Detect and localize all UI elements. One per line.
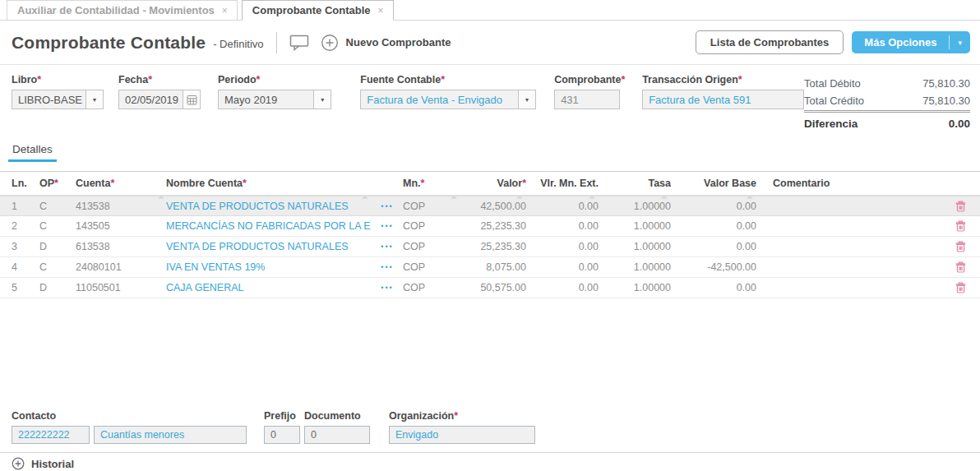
nuevo-comprobante-button[interactable]: Nuevo Comprobante xyxy=(321,34,451,52)
delete-row-button[interactable] xyxy=(941,261,980,274)
total-debito-row: Total Débito 75,810.30 xyxy=(804,75,970,92)
row-actions-button[interactable]: ••• xyxy=(372,222,403,230)
row-vlr-mn-ext: 0.00 xyxy=(526,220,599,232)
page-title: Comprobante Contable xyxy=(12,33,206,53)
periodo-select[interactable]: Mayo 2019 ▾ xyxy=(218,90,331,109)
header-comentario: Comentario xyxy=(756,178,941,189)
comprobante-input[interactable]: 431 xyxy=(554,90,620,109)
prefijo-field-group: Prefijo 0 xyxy=(264,410,300,444)
table-row[interactable]: 1 C 413538 VENTA DE PRODUCTOS NATURALES … xyxy=(0,196,980,216)
lista-de-comprobantes-button[interactable]: Lista de Comprobantes xyxy=(696,30,844,54)
fecha-label: Fecha* xyxy=(118,74,201,85)
diferencia-label: Diferencia xyxy=(804,114,858,133)
row-cuenta: 11050501 xyxy=(76,282,166,293)
total-credito-label: Total Crédito xyxy=(804,92,864,109)
contacto-codigo-input[interactable]: 222222222 xyxy=(12,426,90,444)
total-debito-label: Total Débito xyxy=(804,75,861,92)
mas-opciones-label: Más Opciones xyxy=(852,31,949,53)
documento-input[interactable]: 0 xyxy=(304,426,370,444)
account-name-link[interactable]: VENTA DE PRODUCTOS NATURALES xyxy=(166,201,372,212)
chevron-down-icon[interactable]: ▾ xyxy=(86,90,103,109)
header-ln: Ln. xyxy=(12,178,39,189)
account-name-link[interactable]: VENTA DE PRODUCTOS NATURALES xyxy=(166,241,372,252)
calendar-icon[interactable] xyxy=(183,90,200,109)
row-valor: 8,075.00 xyxy=(460,261,526,273)
row-op: D xyxy=(39,282,76,293)
totals-panel: Total Débito 75,810.30 Total Crédito 75,… xyxy=(804,75,970,133)
row-vlr-mn-ext: 0.00 xyxy=(526,261,599,273)
diferencia-value: 0.00 xyxy=(949,114,970,133)
row-op: C xyxy=(39,261,76,273)
row-valor: 42,500.00 xyxy=(460,201,526,212)
row-vlr-mn-ext: 0.00 xyxy=(526,282,599,293)
historial-toggle[interactable]: Historial xyxy=(0,452,980,471)
voucher-status: - Definitivo xyxy=(213,38,263,50)
contacto-nombre-input[interactable]: Cuantías menores xyxy=(94,426,247,444)
total-credito-value: 75,810.30 xyxy=(922,92,970,109)
tab-label: Auxiliar de Contabilidad - Movimientos xyxy=(17,4,215,16)
comment-button[interactable] xyxy=(289,35,309,51)
table-row[interactable]: 4 C 24080101 IVA EN VENTAS 19% ••• COP 8… xyxy=(0,257,980,278)
libro-label: Libro* xyxy=(12,74,104,85)
account-name-link[interactable]: IVA EN VENTAS 19% xyxy=(166,261,372,273)
column-resize-nub xyxy=(589,195,595,199)
empty-area xyxy=(0,298,980,403)
trash-icon xyxy=(955,281,967,294)
column-resize-nub xyxy=(451,195,457,199)
plus-circle-icon xyxy=(321,34,339,52)
row-tasa: 1.00000 xyxy=(599,220,671,232)
fecha-input[interactable]: 02/05/2019 xyxy=(118,90,201,109)
libro-select[interactable]: LIBRO-BASE ▾ xyxy=(12,90,104,109)
column-resize-nub xyxy=(747,195,753,199)
header-op: OP* xyxy=(39,178,76,189)
row-vlr-mn-ext: 0.00 xyxy=(526,201,599,212)
organizacion-field-group: Organización* Envigado xyxy=(389,410,535,444)
row-valor-base: -42,500.00 xyxy=(671,261,756,273)
chevron-down-icon[interactable]: ▾ xyxy=(950,31,970,53)
account-name-link[interactable]: CAJA GENERAL xyxy=(166,282,372,293)
column-resize-nub xyxy=(661,195,668,199)
tab-auxiliar-contabilidad[interactable]: Auxiliar de Contabilidad - Movimientos × xyxy=(7,0,238,21)
row-cuenta: 143505 xyxy=(76,220,166,232)
column-resize-nub xyxy=(516,195,523,199)
account-name-link[interactable]: MERCANCÍAS NO FABRICADAS POR LA E... xyxy=(166,220,372,232)
periodo-value: Mayo 2019 xyxy=(219,90,313,109)
header-cuenta: Cuenta* xyxy=(76,178,166,189)
header-nombre-cuenta: Nombre Cuenta* xyxy=(166,178,372,189)
total-debito-value: 75,810.30 xyxy=(922,75,970,92)
chevron-down-icon[interactable]: ▾ xyxy=(518,90,535,109)
row-tasa: 1.00000 xyxy=(599,201,671,212)
contacto-label: Contacto xyxy=(12,410,247,422)
mas-opciones-button[interactable]: Más Opciones ▾ xyxy=(852,31,970,53)
table-row[interactable]: 3 D 613538 VENTA DE PRODUCTOS NATURALES … xyxy=(0,237,980,257)
organizacion-input[interactable]: Envigado xyxy=(389,426,535,444)
fuente-contable-select[interactable]: Factura de Venta - Envigado ▾ xyxy=(360,90,536,109)
fuente-contable-field-group: Fuente Contable* Factura de Venta - Envi… xyxy=(360,74,536,109)
tab-comprobante-contable[interactable]: Comprobante Contable × xyxy=(242,0,394,21)
table-row[interactable]: 5 D 11050501 CAJA GENERAL ••• COP 50,575… xyxy=(0,278,980,298)
fuente-contable-value: Factura de Venta - Envigado xyxy=(361,90,518,109)
details-tab-bar: Detalles xyxy=(0,133,980,162)
chevron-down-icon[interactable]: ▾ xyxy=(313,90,331,109)
row-actions-button[interactable]: ••• xyxy=(372,202,403,210)
delete-row-button[interactable] xyxy=(941,200,980,213)
delete-row-button[interactable] xyxy=(941,281,980,294)
libro-value: LIBRO-BASE xyxy=(12,90,86,109)
documento-field-group: Documento 0 xyxy=(304,410,370,444)
row-actions-button[interactable]: ••• xyxy=(372,263,403,271)
delete-row-button[interactable] xyxy=(941,240,980,253)
table-row[interactable]: 2 C 143505 MERCANCÍAS NO FABRICADAS POR … xyxy=(0,216,980,237)
totals-divider xyxy=(804,110,970,113)
row-line-number: 3 xyxy=(12,241,39,252)
delete-row-button[interactable] xyxy=(941,219,980,233)
row-tasa: 1.00000 xyxy=(599,241,671,252)
row-actions-button[interactable]: ••• xyxy=(372,284,403,292)
tab-detalles[interactable]: Detalles xyxy=(8,141,57,162)
prefijo-input[interactable]: 0 xyxy=(264,426,300,444)
row-valor-base: 0.00 xyxy=(671,201,756,212)
close-icon[interactable]: × xyxy=(378,5,384,16)
close-icon[interactable]: × xyxy=(222,5,228,16)
transaccion-origen-input[interactable]: Factura de Venta 591 xyxy=(642,90,804,109)
row-actions-button[interactable]: ••• xyxy=(372,242,403,251)
row-op: C xyxy=(39,201,76,212)
